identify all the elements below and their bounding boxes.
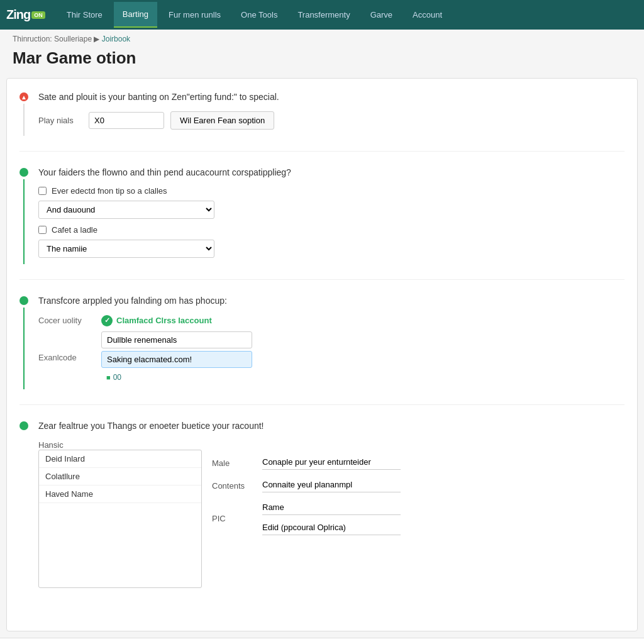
section4-fields: Hansic Deid Inlard Colatllure Haved Name…	[38, 440, 625, 588]
section2-checkbox1[interactable]	[38, 187, 47, 195]
section1-label: Play nials	[38, 116, 82, 125]
section2-checkbox1-label: Ever edectd fnon tip so a clalles	[52, 186, 167, 196]
section2-select2[interactable]: The namiie	[38, 240, 214, 258]
section4-fields-col: Male Contents PIC	[212, 455, 401, 588]
section3-title: Transfcore arppled you falnding om has p…	[38, 295, 625, 308]
section1-dot: ▲	[19, 92, 28, 101]
section1-form-row: Play nials Wil Earen Fean soption	[38, 111, 625, 130]
nav-items: Thir Store Barting Fur men runlls One To…	[58, 2, 638, 28]
section4-dot	[19, 421, 28, 430]
section4-hasric-label: Hansic	[38, 440, 64, 450]
list-item-2[interactable]: Haved Name	[39, 486, 201, 503]
section4-male-label: Male	[212, 458, 256, 468]
section4-contents-input[interactable]	[262, 477, 401, 492]
nav-item-transfermenty[interactable]: Transfermenty	[289, 3, 358, 27]
section3-cover-text: Clamfacd Clrss laccount	[116, 316, 212, 325]
nav-item-furmen[interactable]: Fur men runlls	[160, 3, 230, 27]
navbar: Zing ON Thir Store Barting Fur men runll…	[0, 0, 644, 30]
main-content: ▲ Sate and plouit is your banting on Zen…	[6, 78, 638, 631]
section4-listbox[interactable]: Deid Inlard Colatllure Haved Name	[38, 450, 202, 588]
section2-checkbox2-row: Cafet a ladle	[38, 225, 625, 235]
checkmark-icon: ✓	[101, 315, 113, 326]
section4-title: Zear fealtrue you Thangs or enoeter buet…	[38, 420, 625, 433]
section2-checkbox2[interactable]	[38, 226, 47, 234]
section4-pic-row: PIC	[212, 500, 401, 536]
nav-item-garve[interactable]: Garve	[362, 3, 401, 27]
section4-male-input[interactable]	[262, 455, 401, 470]
section4-body: Zear fealtrue you Thangs or enoeter buet…	[38, 420, 625, 589]
section2-checkbox2-label: Cafet a ladle	[52, 225, 97, 235]
section3-cover-label: Cocer uolity	[38, 316, 95, 325]
list-item-0[interactable]: Deid Inlard	[39, 450, 201, 468]
section3-cover-row: Cocer uolity ✓ Clamfacd Clrss laccount	[38, 315, 625, 326]
section3-dot	[19, 296, 28, 305]
section3-suggestion[interactable]: ■ 00	[101, 370, 252, 384]
section4-pic-label: PIC	[212, 514, 256, 523]
nav-item-account[interactable]: Account	[404, 3, 451, 27]
section2-title: Your faiders the flownо and thin pend au…	[38, 167, 625, 179]
section2-dot	[19, 168, 28, 177]
nav-item-barting[interactable]: Barting	[114, 2, 157, 28]
section3: Transfcore arppled you falnding om has p…	[19, 295, 625, 405]
section4-pic-inputs	[262, 500, 401, 536]
section3-exam-label: Exanlcode	[38, 353, 95, 362]
nav-item-store[interactable]: Thir Store	[58, 3, 111, 27]
section1-title: Sate and plouit is your banting on Zen"e…	[38, 91, 625, 104]
section1-body: Sate and plouit is your banting on Zen"e…	[38, 91, 625, 136]
breadcrumb-part2[interactable]: Joirbook	[102, 35, 130, 43]
section3-input2[interactable]	[101, 351, 252, 368]
section2: Your faiders the flownо and thin pend au…	[19, 167, 625, 280]
logo-text: Zing	[6, 8, 30, 22]
section3-body: Transfcore arppled you falnding om has p…	[38, 295, 625, 389]
footer: Sten to Send nand The a salvs of cisavlt…	[0, 638, 644, 644]
section4-list-col: Hansic Deid Inlard Colatllure Haved Name	[38, 440, 202, 588]
section3-inputs: ■ 00	[101, 331, 252, 384]
section4-contents-row: Contents	[212, 477, 401, 494]
breadcrumb: Thinruction: Soulleriape ▶ Joirbook	[0, 30, 644, 46]
section4: Zear fealtrue you Thangs or enoeter buet…	[19, 420, 625, 604]
page-title: Mar Game otion	[0, 46, 644, 78]
list-item-1[interactable]: Colatllure	[39, 468, 201, 486]
breadcrumb-separator: ▶	[94, 35, 101, 43]
section3-input1[interactable]	[101, 331, 252, 348]
section4-pic-input1[interactable]	[262, 500, 401, 515]
section3-cover-value: ✓ Clamfacd Clrss laccount	[101, 315, 212, 326]
breadcrumb-part1: Thinruction: Soulleriape	[13, 35, 92, 43]
nav-item-onetools[interactable]: One Tools	[232, 3, 286, 27]
section1-input[interactable]	[89, 112, 164, 129]
section4-pic-input2[interactable]	[262, 520, 401, 535]
section2-checkbox1-row: Ever edectd fnon tip so a clalles	[38, 186, 625, 196]
section4-male-row: Male	[212, 455, 401, 471]
section3-exam-row: Exanlcode ■ 00	[38, 331, 625, 384]
logo-badge: ON	[31, 11, 45, 19]
section1-button[interactable]: Wil Earen Fean soption	[170, 111, 274, 130]
section2-body: Your faiders the flownо and thin pend au…	[38, 167, 625, 265]
section2-select1[interactable]: And dauound	[38, 201, 214, 219]
section4-contents-label: Contents	[212, 481, 256, 491]
logo: Zing ON	[6, 8, 45, 22]
section1: ▲ Sate and plouit is your banting on Zen…	[19, 91, 625, 152]
